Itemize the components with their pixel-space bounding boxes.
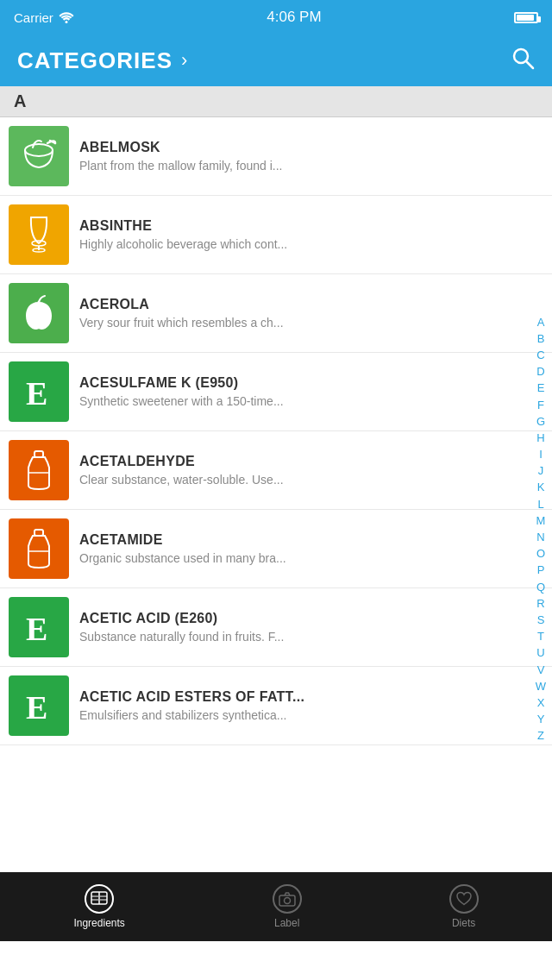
alpha-n[interactable]: N: [533, 530, 549, 545]
item-text-acerola: ACEROLA Very sour fruit which resembles …: [79, 297, 518, 330]
list-container: ABCDEFGHIJKLMNOPQRSTUVWXYZ ABELMOSK Plan…: [0, 117, 552, 941]
alpha-g[interactable]: G: [533, 414, 549, 430]
alpha-a[interactable]: A: [533, 315, 549, 330]
item-icon-acetic-acid: E: [9, 597, 69, 657]
alpha-s[interactable]: S: [533, 612, 549, 628]
alpha-d[interactable]: D: [533, 364, 549, 380]
alpha-j[interactable]: J: [533, 463, 549, 479]
svg-rect-12: [34, 530, 43, 536]
alpha-e[interactable]: E: [533, 380, 549, 396]
list-item-acetamide[interactable]: ACETAMIDE Organic substance used in many…: [0, 510, 552, 588]
status-time: 4:06 PM: [267, 9, 321, 26]
status-bar: Carrier 4:06 PM: [0, 0, 552, 35]
alpha-b[interactable]: B: [533, 331, 549, 347]
alpha-r[interactable]: R: [533, 596, 549, 612]
tab-bar: Ingredients Label Diets: [0, 872, 552, 941]
item-desc-acetic-acid-esters: Emulsifiers and stabilizers synthetica..…: [79, 708, 518, 722]
svg-point-23: [284, 897, 290, 903]
alpha-y[interactable]: Y: [533, 712, 549, 727]
item-name-acetamide: ACETAMIDE: [79, 532, 518, 548]
list-item-abelmosk[interactable]: ABELMOSK Plant from the mallow family, f…: [0, 117, 552, 196]
mortar-icon: [17, 135, 60, 178]
item-text-acetaldehyde: ACETALDEHYDE Clear substance, water-solu…: [79, 454, 518, 487]
item-desc-absinthe: Highly alcoholic beverage which cont...: [79, 237, 518, 251]
alpha-f[interactable]: F: [533, 398, 549, 413]
svg-point-8: [38, 301, 41, 304]
svg-text:E: E: [26, 375, 47, 411]
bottle-icon: [17, 449, 60, 492]
item-desc-acetaldehyde: Clear substance, water-soluble. Use...: [79, 473, 518, 487]
item-name-absinthe: ABSINTHE: [79, 218, 518, 234]
item-icon-absinthe: [9, 204, 69, 265]
list-item-acetic-acid-esters[interactable]: E ACETIC ACID ESTERS OF FATT... Emulsifi…: [0, 667, 552, 745]
svg-rect-10: [34, 451, 43, 457]
status-left: Carrier: [14, 10, 74, 25]
glass-icon: [17, 213, 60, 256]
svg-point-0: [65, 21, 67, 23]
status-right: [514, 12, 538, 23]
alpha-l[interactable]: L: [533, 497, 549, 512]
alpha-q[interactable]: Q: [533, 580, 549, 595]
section-header-a: A: [0, 86, 552, 117]
list-item-acesulfame[interactable]: E ACESULFAME K (E950) Synthetic sweetene…: [0, 353, 552, 431]
item-desc-acerola: Very sour fruit which resembles a ch...: [79, 316, 518, 330]
item-icon-acetic-acid-esters: E: [9, 675, 69, 736]
tab-label[interactable]: Label: [273, 884, 302, 929]
alpha-x[interactable]: X: [533, 695, 549, 711]
item-text-acetic-acid: ACETIC ACID (E260) Substance naturally f…: [79, 611, 518, 644]
alpha-u[interactable]: U: [533, 645, 549, 661]
book-icon: [85, 884, 114, 914]
book-svg: [91, 891, 108, 907]
svg-text:E: E: [26, 689, 47, 726]
tab-ingredients[interactable]: Ingredients: [73, 884, 124, 929]
alpha-p[interactable]: P: [533, 562, 549, 578]
item-name-acetaldehyde: ACETALDEHYDE: [79, 454, 518, 469]
item-text-acetic-acid-esters: ACETIC ACID ESTERS OF FATT... Emulsifier…: [79, 689, 518, 722]
e-badge-icon: E: [17, 606, 60, 649]
item-text-acetamide: ACETAMIDE Organic substance used in many…: [79, 532, 518, 565]
list-item-acerola[interactable]: ACEROLA Very sour fruit which resembles …: [0, 274, 552, 353]
item-icon-acesulfame: E: [9, 361, 69, 422]
alpha-index[interactable]: ABCDEFGHIJKLMNOPQRSTUVWXYZ: [533, 117, 549, 941]
item-icon-acetaldehyde: [9, 440, 69, 500]
header-title: CATEGORIES: [17, 47, 172, 74]
alpha-z[interactable]: Z: [533, 728, 549, 744]
heart-svg: [455, 891, 473, 907]
camera-icon: [273, 884, 302, 914]
item-name-acesulfame: ACESULFAME K (E950): [79, 375, 518, 391]
item-desc-acetamide: Organic substance used in many bra...: [79, 551, 518, 565]
tab-ingredients-label: Ingredients: [73, 917, 124, 929]
search-button[interactable]: [511, 46, 535, 76]
item-name-acerola: ACEROLA: [79, 297, 518, 312]
list-item-acetic-acid[interactable]: E ACETIC ACID (E260) Substance naturally…: [0, 588, 552, 667]
item-name-abelmosk: ABELMOSK: [79, 140, 518, 155]
item-icon-acetamide: [9, 518, 69, 579]
list-item-acetaldehyde[interactable]: ACETALDEHYDE Clear substance, water-solu…: [0, 431, 552, 510]
svg-text:E: E: [26, 611, 47, 647]
alpha-m[interactable]: M: [533, 513, 549, 529]
alpha-v[interactable]: V: [533, 663, 549, 678]
alpha-c[interactable]: C: [533, 348, 549, 363]
alpha-h[interactable]: H: [533, 430, 549, 446]
item-name-acetic-acid-esters: ACETIC ACID ESTERS OF FATT...: [79, 689, 518, 705]
wifi-icon: [59, 11, 74, 23]
battery-icon: [514, 12, 538, 23]
alpha-k[interactable]: K: [533, 480, 549, 495]
tab-diets-label: Diets: [452, 917, 475, 929]
alpha-o[interactable]: O: [533, 546, 549, 562]
alpha-t[interactable]: T: [533, 629, 549, 644]
item-icon-acerola: [9, 283, 69, 343]
tab-label-label: Label: [274, 917, 299, 929]
alpha-i[interactable]: I: [533, 447, 549, 462]
e-badge-icon: E: [17, 370, 60, 413]
item-name-acetic-acid: ACETIC ACID (E260): [79, 611, 518, 626]
alpha-w[interactable]: W: [533, 679, 549, 694]
list-item-absinthe[interactable]: ABSINTHE Highly alcoholic beverage which…: [0, 196, 552, 274]
item-text-absinthe: ABSINTHE Highly alcoholic beverage which…: [79, 218, 518, 251]
carrier-label: Carrier: [14, 10, 53, 25]
tab-diets[interactable]: Diets: [449, 884, 479, 929]
item-text-acesulfame: ACESULFAME K (E950) Synthetic sweetener …: [79, 375, 518, 408]
camera-svg: [279, 892, 296, 907]
header-title-group[interactable]: CATEGORIES ›: [17, 47, 187, 74]
search-icon: [511, 46, 535, 70]
